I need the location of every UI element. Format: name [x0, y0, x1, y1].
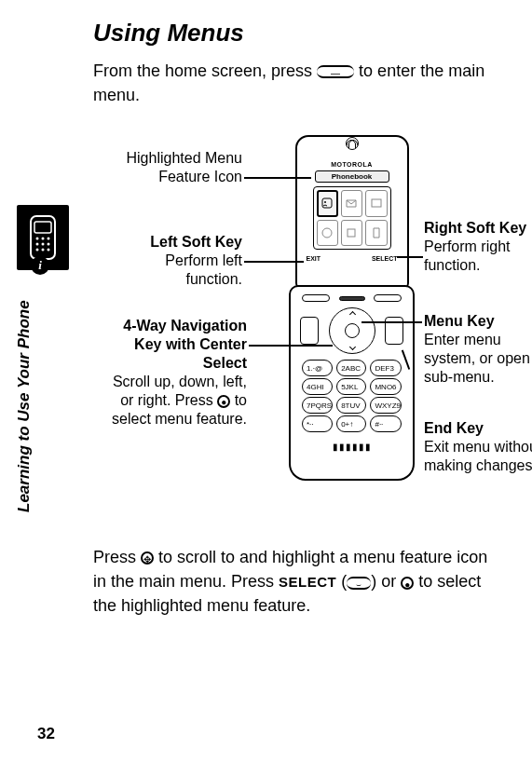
- phone-brand-label: MOTOROLA: [297, 161, 407, 168]
- svg-point-3: [42, 238, 45, 240]
- page-title: Using Menus: [93, 19, 504, 48]
- menu-icon-grid: [313, 186, 391, 250]
- phone-keypad: 1.·@ 2ABC DEF3 4GHI 5JKL MNO6 7PQRS 8TUV…: [291, 356, 413, 436]
- phone-key: 5JKL: [336, 378, 366, 395]
- phone-dpad: [329, 307, 375, 354]
- phone-illustration: MOTOROLA Phonebook EXIT SELECT: [289, 135, 415, 481]
- phone-key: 8TUV: [336, 397, 366, 414]
- phone-speaker-icon: ▮▮▮▮▮▮: [291, 442, 413, 452]
- phone-key: #··: [370, 415, 402, 432]
- phone-body: 1.·@ 2ABC DEF3 4GHI 5JKL MNO6 7PQRS 8TUV…: [289, 285, 415, 481]
- phone-flip-top: MOTOROLA Phonebook EXIT SELECT: [295, 135, 409, 289]
- leader-line: [397, 256, 423, 258]
- svg-rect-11: [322, 198, 332, 208]
- phone-softkey-right-label: SELECT: [372, 255, 398, 262]
- phone-left-soft-button: [302, 294, 330, 302]
- bottom-paragraph: Press ✥ to scroll to and highlight a men…: [93, 545, 504, 618]
- callout-highlighted-icon: Highlighted Menu Feature Icon: [112, 149, 242, 186]
- phone-key: 7PQRS: [302, 397, 333, 414]
- svg-point-14: [322, 228, 332, 238]
- phone-key: MNO6: [370, 378, 402, 395]
- svg-point-5: [36, 243, 39, 246]
- phone-key: *··: [302, 415, 333, 432]
- callout-nav-key: 4-Way Navigation Key with Center Select …: [102, 317, 247, 429]
- leader-line: [244, 177, 311, 179]
- center-select-icon: ●: [217, 395, 230, 408]
- svg-point-9: [42, 249, 45, 252]
- callout-menu-key: Menu Key Enter menu system, or open a su…: [424, 312, 532, 387]
- leader-line: [249, 345, 333, 347]
- intro-text-before: From the home screen, press: [93, 61, 317, 80]
- info-badge-icon: i: [31, 256, 49, 275]
- svg-rect-15: [348, 229, 355, 237]
- svg-point-6: [42, 243, 45, 246]
- phone-softkey-left-label: EXIT: [307, 255, 321, 262]
- center-select-icon: ●: [401, 577, 414, 590]
- leader-line: [244, 261, 304, 263]
- menu-grid-cell-highlighted: [317, 190, 338, 217]
- phone-key: 1.·@: [302, 360, 333, 376]
- svg-rect-13: [372, 199, 381, 207]
- svg-point-2: [36, 238, 39, 240]
- page-number: 32: [37, 725, 55, 743]
- callout-left-soft-key: Left Soft Key Perform left function.: [112, 233, 242, 289]
- phone-key: DEF3: [370, 360, 402, 376]
- intro-paragraph: From the home screen, press — to enter t…: [93, 59, 504, 107]
- phone-right-soft-button: [374, 294, 402, 302]
- svg-point-8: [36, 249, 39, 252]
- phone-dpad-center: [345, 323, 360, 338]
- phone-menu-button: [339, 296, 365, 301]
- phone-key: 2ABC: [336, 360, 366, 376]
- phone-send-key: [300, 317, 319, 345]
- phone-key: 4GHI: [302, 378, 333, 395]
- menu-grid-cell: [365, 190, 387, 217]
- svg-point-4: [48, 238, 50, 240]
- callout-end-key: End Key Exit menu without making changes…: [424, 419, 532, 475]
- menu-grid-cell: [317, 220, 338, 247]
- right-soft-key-icon: ⌣: [347, 577, 371, 590]
- svg-point-12: [324, 201, 326, 203]
- phone-icon: [25, 214, 61, 261]
- select-label: SELECT: [279, 574, 336, 590]
- svg-point-7: [48, 243, 50, 246]
- phone-screen-title: Phonebook: [315, 170, 389, 183]
- menu-grid-cell: [341, 190, 362, 217]
- phone-key: WXYZ9: [370, 397, 402, 414]
- menu-grid-cell: [341, 220, 362, 247]
- menu-grid-cell: [365, 220, 387, 247]
- leader-line: [361, 321, 422, 323]
- menu-key-icon: —: [317, 65, 354, 78]
- side-tab: i: [17, 205, 69, 270]
- svg-rect-1: [34, 222, 51, 233]
- motorola-logo-icon: [346, 137, 359, 150]
- callout-right-soft-key: Right Soft Key Perform right function.: [424, 219, 532, 275]
- section-side-label: Learning to Use Your Phone: [15, 300, 34, 512]
- phone-diagram: MOTOROLA Phonebook EXIT SELECT: [75, 135, 504, 526]
- phone-key: 0+↑: [336, 415, 366, 432]
- nav-key-icon: ✥: [141, 551, 154, 565]
- svg-point-10: [48, 249, 50, 252]
